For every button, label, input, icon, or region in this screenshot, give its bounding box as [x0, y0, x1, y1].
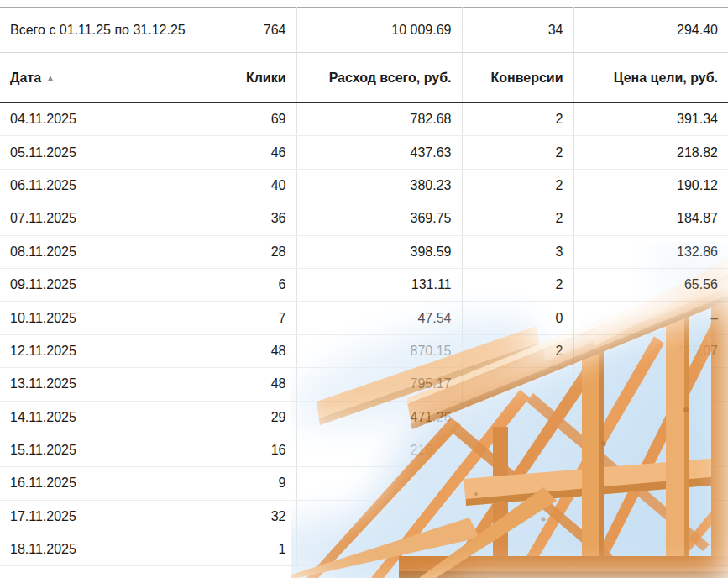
- cell-date: 09.11.2025: [0, 268, 217, 301]
- statistics-report: Всего с 01.11.25 по 31.12.25 764 10 009.…: [0, 0, 728, 578]
- cell-date: 04.11.2025: [0, 103, 217, 136]
- table-row: 16.11.2025 9 99.64: [0, 467, 728, 500]
- cell-date: 14.11.2025: [0, 401, 217, 434]
- cell-goal-cost: 391.34: [573, 103, 728, 136]
- cell-goal-cost: 65.56: [573, 268, 728, 301]
- sort-asc-icon[interactable]: ▲: [46, 73, 55, 82]
- table-row: 14.11.2025 29 471.26: [0, 401, 728, 434]
- table-row: 10.11.2025 7 47.54 0 –: [0, 302, 728, 334]
- totals-row: Всего с 01.11.25 по 31.12.25 764 10 009.…: [0, 8, 728, 53]
- cell-conversions: 2: [462, 268, 573, 301]
- cell-conversions: [462, 533, 573, 566]
- cell-clicks: 29: [217, 401, 296, 434]
- column-header-cost[interactable]: Расход всего, руб.: [296, 53, 462, 103]
- column-header-date-label: Дата: [10, 71, 41, 85]
- cell-date: 06.11.2025: [0, 169, 217, 202]
- cell-date: 16.11.2025: [0, 467, 217, 500]
- cell-goal-cost: 435.07: [573, 334, 728, 367]
- cell-date: 07.11.2025: [0, 202, 217, 235]
- cell-cost: 4.5: [296, 533, 462, 566]
- totals-conversions: 34: [462, 8, 573, 53]
- table-row: 09.11.2025 6 131.11 2 65.56: [0, 268, 728, 301]
- cell-cost: 216.25: [296, 434, 462, 466]
- cell-goal-cost: [573, 401, 728, 434]
- table-row: 12.11.2025 48 870.15 2 435.07: [0, 334, 728, 367]
- cell-clicks: 46: [217, 136, 296, 169]
- cell-goal-cost: [573, 434, 728, 466]
- table-row: 07.11.2025 36 369.75 2 184.87: [0, 202, 728, 235]
- cell-goal-cost: 190.12: [573, 169, 728, 202]
- cell-conversions: 0: [462, 302, 573, 334]
- cell-cost: 471.26: [296, 401, 462, 434]
- totals-goal-cost: 294.40: [573, 8, 728, 53]
- cell-clicks: 7: [217, 302, 296, 334]
- cell-cost: 870.15: [296, 334, 462, 367]
- cell-goal-cost: –: [573, 302, 728, 334]
- cell-date: 17.11.2025: [0, 500, 217, 533]
- column-header-clicks[interactable]: Клики: [217, 53, 296, 103]
- cell-date: 12.11.2025: [0, 334, 217, 367]
- table-row: 04.11.2025 69 782.68 2 391.34: [0, 103, 728, 136]
- cell-clicks: 9: [217, 467, 296, 500]
- cell-date: 10.11.2025: [0, 302, 217, 334]
- cell-conversions: [462, 401, 573, 434]
- cell-clicks: 28: [217, 235, 296, 268]
- header-row: Дата▲ Клики Расход всего, руб. Конверсии…: [0, 53, 728, 103]
- cell-date: 18.11.2025: [0, 533, 217, 566]
- table-row: 08.11.2025 28 398.59 3 132.86: [0, 235, 728, 268]
- cell-date: 15.11.2025: [0, 434, 217, 466]
- cell-conversions: 2: [462, 334, 573, 367]
- totals-period: Всего с 01.11.25 по 31.12.25: [0, 8, 217, 53]
- table-row: 18.11.2025 1 4.5: [0, 533, 728, 566]
- cell-clicks: 40: [217, 169, 296, 202]
- cell-conversions: [462, 434, 573, 466]
- cell-clicks: 6: [217, 268, 296, 301]
- cell-conversions: [462, 467, 573, 500]
- cell-cost: 369.75: [296, 202, 462, 235]
- stats-table: Всего с 01.11.25 по 31.12.25 764 10 009.…: [0, 7, 728, 566]
- cell-date: 08.11.2025: [0, 235, 217, 268]
- cell-conversions: 3: [462, 235, 573, 268]
- cell-conversions: 2: [462, 202, 573, 235]
- cell-conversions: 2: [462, 103, 573, 136]
- cell-clicks: 16: [217, 434, 296, 466]
- cell-conversions: 2: [462, 136, 573, 169]
- cell-goal-cost: 218.82: [573, 136, 728, 169]
- table-row: 17.11.2025 32 499.38: [0, 500, 728, 533]
- cell-cost: 398.59: [296, 235, 462, 268]
- cell-clicks: 48: [217, 368, 296, 401]
- cell-conversions: 2: [462, 169, 573, 202]
- cell-clicks: 32: [217, 500, 296, 533]
- table-row: 06.11.2025 40 380.23 2 190.12: [0, 169, 728, 202]
- column-header-goal-cost[interactable]: Цена цели, руб.: [573, 53, 728, 103]
- cell-goal-cost: [573, 500, 728, 533]
- table-row: 15.11.2025 16 216.25: [0, 434, 728, 466]
- cell-goal-cost: 132.86: [573, 235, 728, 268]
- cell-clicks: 48: [217, 334, 296, 367]
- totals-clicks: 764: [217, 8, 296, 53]
- column-header-conversions[interactable]: Конверсии: [462, 53, 573, 103]
- cell-conversions: [462, 500, 573, 533]
- cell-goal-cost: 184.87: [573, 202, 728, 235]
- cell-clicks: 36: [217, 202, 296, 235]
- cell-cost: 782.68: [296, 103, 462, 136]
- cell-cost: 131.11: [296, 268, 462, 301]
- cell-goal-cost: [573, 368, 728, 401]
- column-header-date[interactable]: Дата▲: [0, 53, 217, 103]
- cell-cost: 437.63: [296, 136, 462, 169]
- cell-date: 05.11.2025: [0, 136, 217, 169]
- cell-conversions: [462, 368, 573, 401]
- table-row: 13.11.2025 48 795.17: [0, 368, 728, 401]
- cell-clicks: 1: [217, 533, 296, 566]
- cell-goal-cost: [573, 467, 728, 500]
- cell-cost: 380.23: [296, 169, 462, 202]
- cell-cost: 499.38: [296, 500, 462, 533]
- cell-date: 13.11.2025: [0, 368, 217, 401]
- cell-cost: 99.64: [296, 467, 462, 500]
- totals-cost: 10 009.69: [296, 8, 462, 53]
- cell-clicks: 69: [217, 103, 296, 136]
- cell-cost: 47.54: [296, 302, 462, 334]
- cell-cost: 795.17: [296, 368, 462, 401]
- cell-goal-cost: [573, 533, 728, 566]
- table-row: 05.11.2025 46 437.63 2 218.82: [0, 136, 728, 169]
